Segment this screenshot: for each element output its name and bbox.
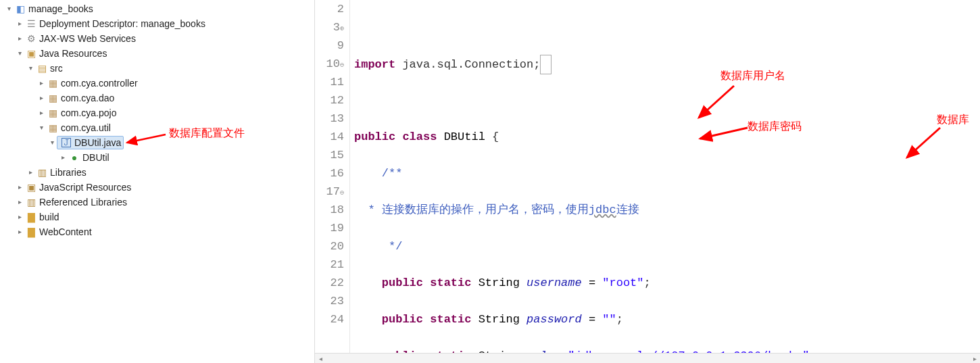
annotation-db-name: 数据库 [937,112,969,130]
folder-icon: ▇ [26,212,36,222]
chevron-right-icon[interactable]: ▸ [58,150,68,165]
line-number: 21 [315,256,344,274]
referenced-libs-icon: ▥ [26,197,36,208]
line-number: 16 [315,164,344,183]
package-icon: ▦ [47,107,58,118]
project-explorer: ▾ ◧ manage_books ▸ ☰ Deployment Descript… [0,0,314,363]
tree-node-referenced-libraries[interactable]: ▸ ▥ Referenced Libraries [3,195,314,210]
chevron-down-icon[interactable]: ▾ [4,1,14,16]
source-folder-icon: ▤ [36,63,47,74]
line-number: 22 [315,274,344,292]
package-icon: ▦ [47,122,58,133]
tree-node-libraries[interactable]: ▸ ▥ Libraries [3,165,314,180]
line-number: 9 [315,37,344,55]
tree-label: com.cya.pojo [61,105,116,120]
tree-node-class-dbutil[interactable]: ▸ ● DBUtil [3,150,314,165]
tree-label: manage_books [28,1,93,16]
js-resources-icon: ▣ [26,182,36,193]
chevron-right-icon[interactable]: ▸ [15,210,24,224]
tree-node-file-dbutil[interactable]: ▾ 🄹 DBUtil.java [3,135,314,150]
tree-label: build [39,210,59,224]
tree-label: DBUtil [82,150,109,165]
tree-node-java-resources[interactable]: ▾ ▣ Java Resources [3,46,314,61]
tree-label: Libraries [50,165,87,180]
descriptor-icon: ☰ [26,18,36,29]
package-icon: ▦ [47,93,58,103]
chevron-down-icon[interactable]: ▾ [15,46,24,61]
tree-node-webcontent[interactable]: ▸ ▇ WebContent [3,224,314,239]
tree-label: src [50,61,63,76]
java-file-icon: 🄹 [61,137,72,148]
tree-node-project[interactable]: ▾ ◧ manage_books [3,1,314,16]
chevron-down-icon[interactable]: ▾ [26,61,35,76]
java-resources-icon: ▣ [26,48,36,59]
line-number: 18 [315,201,344,219]
line-number: 20 [315,237,344,256]
line-number: 3⊕ [315,18,344,37]
svg-line-3 [907,128,940,158]
chevron-down-icon[interactable]: ▾ [47,135,57,150]
horizontal-scrollbar[interactable]: ◂ ▸ [315,353,980,363]
line-number-gutter: 2 3⊕ 9 10⊖ 11 12 13 14 15 16 17⊖ 18 19 2… [315,0,350,353]
chevron-right-icon[interactable]: ▸ [15,180,24,195]
line-number: 15 [315,146,344,164]
tree-label: DBUtil.java [74,135,121,150]
tree-label: WebContent [39,224,92,239]
scroll-left-icon[interactable]: ◂ [315,354,326,363]
tree-node-pkg-util[interactable]: ▾ ▦ com.cya.util [3,120,314,135]
chevron-down-icon[interactable]: ▾ [36,120,46,135]
tree-node-deployment-descriptor[interactable]: ▸ ☰ Deployment Descriptor: manage_books [3,16,314,31]
chevron-right-icon[interactable]: ▸ [15,16,24,31]
code-editor: 2 3⊕ 9 10⊖ 11 12 13 14 15 16 17⊖ 18 19 2… [314,0,980,363]
tree-label: Deployment Descriptor: manage_books [39,16,205,31]
tree-label: Java Resources [39,46,107,61]
folded-region-icon[interactable] [540,55,551,74]
line-number: 12 [315,91,344,110]
chevron-right-icon[interactable]: ▸ [36,76,46,91]
code-area[interactable]: import java.sql.Connection; public class… [350,0,816,353]
line-number: 17⊖ [315,183,344,201]
library-icon: ▥ [36,167,47,178]
webservice-icon: ⚙ [26,33,36,44]
tree-node-pkg-pojo[interactable]: ▸ ▦ com.cya.pojo [3,105,314,120]
chevron-right-icon[interactable]: ▸ [36,105,46,120]
chevron-right-icon[interactable]: ▸ [15,31,24,46]
chevron-right-icon[interactable]: ▸ [15,224,24,239]
package-icon: ▦ [47,78,58,89]
scroll-right-icon[interactable]: ▸ [969,354,980,363]
tree-node-pkg-dao[interactable]: ▸ ▦ com.cya.dao [3,91,314,105]
chevron-right-icon[interactable]: ▸ [36,91,46,105]
tree-node-pkg-controller[interactable]: ▸ ▦ com.cya.controller [3,76,314,91]
folder-icon: ▇ [26,226,36,237]
line-number: 11 [315,73,344,91]
tree-label: JavaScript Resources [39,180,131,195]
tree-node-src[interactable]: ▾ ▤ src [3,61,314,76]
tree-label: com.cya.controller [61,76,138,91]
project-icon: ◧ [15,3,26,14]
tree-label: com.cya.dao [61,91,114,105]
class-icon: ● [69,152,80,163]
tree-label: com.cya.util [61,120,111,135]
tree-label: Referenced Libraries [39,195,127,210]
arrow-icon [903,125,944,162]
line-number: 13 [315,110,344,128]
chevron-right-icon[interactable]: ▸ [15,195,24,210]
tree-label: JAX-WS Web Services [39,31,136,46]
chevron-right-icon[interactable]: ▸ [26,165,35,180]
line-number: 10⊖ [315,55,344,73]
line-number: 19 [315,219,344,237]
line-number: 14 [315,128,344,146]
tree-node-js-resources[interactable]: ▸ ▣ JavaScript Resources [3,180,314,195]
tree-node-jaxws[interactable]: ▸ ⚙ JAX-WS Web Services [3,31,314,46]
line-number: 2 [315,0,344,18]
line-number: 24 [315,310,344,329]
line-number: 23 [315,292,344,310]
tree-node-build[interactable]: ▸ ▇ build [3,210,314,224]
